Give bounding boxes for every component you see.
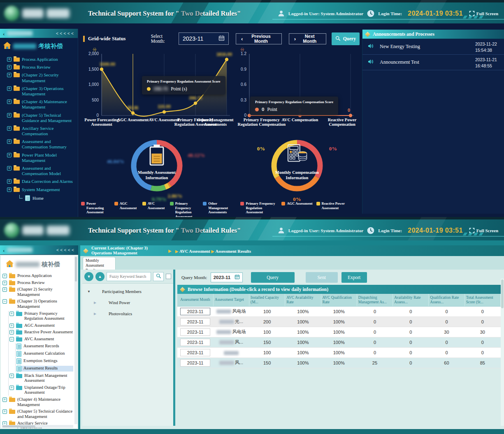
table-column-header[interactable]: Installed Capacity (M... — [249, 294, 285, 306]
table-row[interactable]: 2023-11风电场100100%100%003030 — [177, 327, 501, 337]
sidebar-item[interactable]: +Black Start Management Assessment — [9, 373, 73, 383]
sidebar-item[interactable]: +System Management — [7, 187, 77, 192]
collapse-arrows[interactable]: <<<<< — [56, 31, 75, 36]
expand-plus-icon[interactable]: + — [9, 374, 14, 378]
expand-plus-icon[interactable]: + — [2, 397, 7, 402]
members-tree-item[interactable]: ▶Photovoltaics — [94, 312, 171, 316]
expand-plus-icon[interactable]: + — [2, 274, 7, 278]
sidebar-item[interactable]: +(Chapter 2) Security Management — [2, 287, 73, 297]
sidebar-item[interactable]: +Process Application — [7, 57, 77, 62]
query-button[interactable]: Query — [251, 272, 295, 283]
sidebar-item[interactable]: +Power Plant Model Management — [7, 152, 77, 163]
query-button[interactable]: Query — [332, 32, 360, 45]
sidebar-item[interactable]: −AVC Assessment — [9, 337, 73, 342]
expand-plus-icon[interactable]: + — [7, 139, 12, 144]
expand-plus-icon[interactable]: + — [7, 187, 12, 192]
expand-plus-icon[interactable]: + — [7, 166, 12, 171]
table-column-header[interactable]: Assessment Target — [213, 294, 249, 306]
members-tree-root[interactable]: ▼Participating Members — [87, 289, 171, 294]
collapse-minus-icon[interactable]: − — [2, 299, 7, 304]
collapse-arrows[interactable]: <<<<< — [56, 247, 75, 252]
back-chevron-icon[interactable]: ‹ — [3, 31, 5, 36]
collapse-all-button[interactable]: ▼ — [84, 272, 93, 281]
expand-plus-icon[interactable]: + — [9, 330, 14, 335]
expand-plus-icon[interactable]: + — [2, 409, 7, 414]
sidebar-item-home[interactable]: Home — [19, 195, 77, 201]
sidebar-item[interactable]: +Process Application — [2, 273, 73, 279]
diamond-icon — [83, 248, 88, 254]
collapse-minus-icon[interactable]: − — [9, 337, 14, 342]
table-row[interactable]: 2023-11风...150100%100%0000 — [177, 337, 501, 347]
sidebar-item[interactable]: +Primary Frequency Regulation Assessment — [9, 311, 73, 321]
sidebar-item[interactable]: +Assessment and Compensation Model — [7, 166, 77, 176]
sidebar-item[interactable]: Assessment Records — [16, 344, 73, 349]
table-vertical-scrollbar[interactable] — [501, 279, 504, 426]
previous-month-button[interactable]: ‹ Previous Month — [236, 33, 282, 44]
bottom-strip — [0, 429, 504, 434]
expand-all-button[interactable]: ▲ — [95, 272, 105, 281]
breadcrumb-item[interactable]: AVC Assessment — [179, 249, 210, 254]
breadcrumb-item[interactable]: Assessment Results — [215, 249, 251, 254]
sidebar-item[interactable]: +Reactive Power Assessment — [9, 330, 73, 335]
members-tree-item[interactable]: ▶Wind Power — [94, 300, 171, 305]
table-column-header[interactable]: Availability Rate Assess... — [393, 294, 429, 306]
expand-plus-icon[interactable]: + — [2, 287, 7, 292]
sidebar-item[interactable]: Exemption Settings — [16, 358, 73, 364]
announcement-item[interactable]: New Energy Testing2023-11-2215:54:38 — [362, 39, 504, 55]
sidebar-item[interactable]: +Data Correction and Alarms — [7, 179, 77, 184]
expand-plus-icon[interactable]: + — [9, 386, 14, 390]
table-row[interactable]: 2023-11风...150100%100%2506085 — [177, 358, 501, 368]
sidebar-item-label: Assessment Records — [23, 344, 73, 349]
sidebar-item[interactable]: +Assessment and Compensation Summary — [7, 139, 77, 150]
select-month-input[interactable]: 2023-11 — [179, 32, 229, 45]
sidebar-item[interactable]: Assessment Results — [16, 366, 73, 372]
table-row[interactable]: 2023-11100100%100%0000 — [177, 347, 501, 358]
breadcrumb-arrow-icon: ▶ — [168, 249, 172, 253]
sidebar-horizontal-scrollbar[interactable] — [2, 425, 73, 428]
table-column-header[interactable]: Total Assessment Score (St... — [465, 294, 500, 306]
sidebar-item[interactable]: Assessment Calculation — [16, 351, 73, 357]
sent-button[interactable]: Sent — [306, 272, 338, 283]
tab-monthly-assessment-results[interactable]: Monthly Assessment Results — [83, 257, 116, 270]
sidebar-item[interactable]: +Unplanned Outage/Trip Assessment — [9, 385, 73, 395]
sidebar-item[interactable]: +(Chapter 2) Security Management — [7, 72, 77, 83]
next-month-button[interactable]: › Next Month — [289, 33, 326, 44]
sidebar-item[interactable]: +Process Review — [2, 280, 73, 286]
sidebar-item[interactable]: +(Chapter 4) Maintenance Management — [7, 99, 77, 110]
sidebar-item[interactable]: +(Chapter 3) Operations Management — [7, 86, 77, 97]
back-chevron-icon[interactable]: ‹ — [3, 247, 5, 253]
expand-plus-icon[interactable]: + — [7, 179, 12, 184]
sidebar-item[interactable]: +(Chapter 5) Technical Guidance and Mana… — [2, 409, 73, 419]
expand-plus-icon[interactable]: + — [7, 99, 12, 104]
sidebar-item[interactable]: +AGC Assessment — [9, 323, 73, 328]
sidebar-vertical-scrollbar[interactable] — [74, 256, 77, 424]
table-column-header[interactable]: Assessment Month — [177, 294, 213, 306]
table-row[interactable]: 2023-11风电场100100%100%0000 — [177, 306, 501, 316]
expand-plus-icon[interactable]: + — [7, 73, 12, 77]
sidebar-item[interactable]: +(Chapter 5) Technical Guidance and Mana… — [7, 113, 77, 123]
expand-plus-icon[interactable]: + — [7, 57, 12, 62]
table-row[interactable]: 2023-11光...200100%100%0000 — [177, 316, 501, 327]
sidebar-item[interactable]: +(Chapter 4) Maintenance Management — [2, 397, 73, 407]
export-button[interactable]: Export — [341, 272, 367, 283]
expand-plus-icon[interactable]: + — [9, 312, 14, 316]
expand-plus-icon[interactable]: + — [7, 86, 12, 91]
table-column-header[interactable]: Qualification Rate Assess... — [429, 294, 465, 306]
expand-plus-icon[interactable]: + — [7, 126, 12, 131]
table-column-header[interactable]: AVC Availability Rate — [285, 294, 321, 306]
announcement-item[interactable]: Announcement Test2023-11-2116:48:55 — [362, 55, 504, 70]
sidebar-item[interactable]: +Ancillary Service Compensation — [7, 126, 77, 136]
expand-plus-icon[interactable]: + — [7, 153, 12, 157]
query-month-input[interactable]: 2023-11 — [211, 272, 243, 282]
table-column-header[interactable]: Dispatching Management As... — [357, 294, 393, 306]
member-search-button[interactable] — [153, 272, 164, 281]
sidebar-item[interactable]: +Process Review — [7, 65, 77, 70]
fuzzy-search-input[interactable] — [107, 272, 151, 281]
expand-plus-icon[interactable]: + — [2, 281, 7, 285]
sidebar-item[interactable]: −(Chapter 3) Operations Management — [2, 299, 73, 309]
select-all-checkbox[interactable] — [166, 274, 171, 279]
table-column-header[interactable]: AVC Qualification Rate — [321, 294, 357, 306]
expand-plus-icon[interactable]: + — [7, 65, 12, 69]
expand-plus-icon[interactable]: + — [9, 323, 14, 328]
expand-plus-icon[interactable]: + — [7, 113, 12, 118]
